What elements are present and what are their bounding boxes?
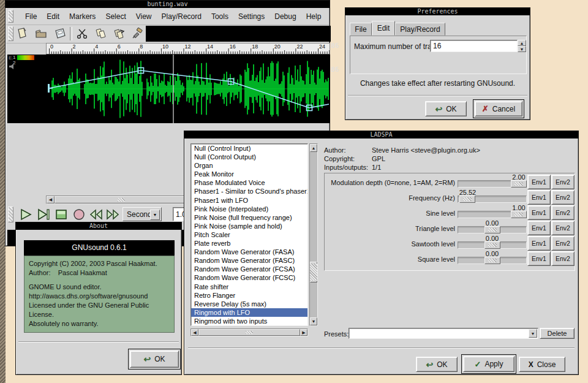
time-ruler[interactable]: 024681012141618202224: [46, 43, 330, 55]
cut-icon[interactable]: [75, 26, 89, 41]
menu-item[interactable]: Select: [105, 12, 126, 21]
env2-button[interactable]: Env2: [551, 236, 575, 251]
fast-forward-icon[interactable]: [105, 207, 120, 222]
transport-drag-handle[interactable]: [8, 207, 13, 222]
scroll-up-icon[interactable]: ▲: [310, 144, 317, 152]
tab-play-record[interactable]: Play/Record: [395, 23, 445, 36]
scroll-right-icon[interactable]: ▶: [300, 329, 307, 336]
scroll-left-icon[interactable]: ◀: [47, 196, 55, 203]
spin-down-icon[interactable]: ▼: [518, 46, 526, 52]
env1-button[interactable]: Env1: [527, 190, 551, 205]
tab-file[interactable]: File: [350, 23, 372, 36]
plugin-list-item[interactable]: Pink Noise (Interpolated): [191, 205, 307, 213]
menu-item[interactable]: Debug: [274, 12, 296, 21]
menubar-drag-handle[interactable]: [8, 10, 13, 23]
plugin-list-item[interactable]: Random Wave Generator (FCSA): [191, 265, 307, 273]
slider-thumb[interactable]: [484, 257, 500, 264]
env2-button[interactable]: Env2: [551, 221, 575, 235]
play-icon[interactable]: [18, 207, 33, 222]
track-area[interactable]: E. 1 2: [7, 55, 330, 123]
scroll-down-icon[interactable]: ▼: [310, 317, 317, 325]
plugin-list-item[interactable]: Random Wave Generator (FASC): [191, 256, 307, 265]
play-to-end-icon[interactable]: [36, 207, 51, 222]
menu-item[interactable]: Help: [306, 12, 322, 21]
hscrollbar-thumb[interactable]: [198, 329, 300, 336]
env2-button[interactable]: Env2: [551, 175, 575, 189]
env2-button[interactable]: Env2: [551, 190, 575, 205]
copy-icon[interactable]: [93, 26, 108, 41]
toolbar-drag-handle[interactable]: [8, 26, 13, 41]
plugin-list-item[interactable]: Pink Noise (sample and hold): [191, 222, 307, 230]
waveform-display[interactable]: [45, 55, 330, 123]
env1-button[interactable]: Env1: [527, 236, 551, 251]
plugin-list-item[interactable]: Reverse Delay (5s max): [191, 300, 307, 308]
max-tracks-stepper[interactable]: ▲ ▼: [518, 40, 526, 52]
speaker-icon[interactable]: [9, 63, 15, 71]
env1-button[interactable]: Env1: [527, 205, 551, 220]
menu-item[interactable]: File: [24, 12, 37, 21]
record-icon[interactable]: [72, 207, 86, 222]
max-tracks-input[interactable]: 16: [430, 40, 518, 52]
slider-thumb[interactable]: [511, 180, 527, 188]
ok-button[interactable]: ↩ OK: [130, 351, 179, 368]
paste-icon[interactable]: [111, 26, 126, 41]
menu-item[interactable]: Markers: [69, 12, 96, 21]
chevron-down-icon[interactable]: ▼: [150, 210, 160, 220]
rewind-icon[interactable]: [89, 207, 104, 222]
plugin-list-item[interactable]: Random Wave Generator (FASA): [191, 248, 307, 256]
plugin-list-item[interactable]: Phaser1 - Similar to CSound's phaser1: [191, 187, 307, 195]
ok-button[interactable]: ↩ OK: [416, 357, 458, 372]
presets-combo[interactable]: ▼: [349, 328, 538, 339]
scroll-left-icon[interactable]: ◀: [191, 329, 198, 336]
tab-edit[interactable]: Edit: [372, 21, 395, 36]
vscrollbar-thumb[interactable]: [310, 262, 317, 283]
slider-thumb[interactable]: [459, 195, 475, 203]
open-folder-icon[interactable]: [34, 26, 48, 41]
slider-thumb[interactable]: [484, 226, 500, 233]
main-window-titlebar[interactable]: bunting.wav: [6, 1, 330, 8]
env2-button[interactable]: Env2: [551, 251, 575, 266]
time-unit-select[interactable]: Seconds ▼: [123, 207, 162, 221]
plugin-list-vscrollbar[interactable]: ▲ ▼: [309, 143, 318, 326]
menu-item[interactable]: Settings: [238, 12, 265, 21]
cancel-button[interactable]: ✗ Cancel: [475, 101, 522, 116]
plugin-list-item[interactable]: Peak Monitor: [191, 170, 307, 178]
preferences-titlebar[interactable]: Preferences: [345, 8, 530, 15]
env1-button[interactable]: Env1: [527, 251, 551, 266]
stop-icon[interactable]: [54, 207, 69, 222]
plugin-list-item[interactable]: Phase Modulated Voice: [191, 178, 307, 187]
plugin-list-item[interactable]: Null (Control Output): [191, 153, 307, 161]
save-icon[interactable]: [53, 26, 67, 41]
env1-button[interactable]: Env1: [527, 175, 551, 189]
cleanup-icon[interactable]: [130, 26, 145, 41]
plugin-list-item[interactable]: Random Wave Generator (FCSC): [191, 273, 307, 282]
env1-button[interactable]: Env1: [527, 221, 551, 235]
apply-button[interactable]: ✓ Apply: [463, 356, 514, 372]
chevron-down-icon[interactable]: ▼: [529, 329, 537, 338]
ok-button[interactable]: ↩ OK: [425, 101, 467, 116]
new-file-icon[interactable]: [15, 26, 29, 41]
spin-up-icon[interactable]: ▲: [518, 40, 526, 46]
about-titlebar[interactable]: About: [16, 222, 181, 230]
menu-item[interactable]: Tools: [211, 12, 229, 21]
menu-item[interactable]: View: [135, 12, 153, 21]
close-button[interactable]: X Close: [519, 357, 565, 372]
plugin-list-item[interactable]: Retro Flanger: [191, 291, 307, 300]
slider-thumb[interactable]: [511, 211, 527, 218]
plugin-list-item[interactable]: Ringmod with LFO: [191, 308, 307, 317]
plugin-list-item[interactable]: Organ: [191, 161, 307, 170]
plugin-list-item[interactable]: Pink Noise (full frequency range): [191, 213, 307, 222]
plugin-list-item[interactable]: Rate shifter: [191, 283, 307, 291]
plugin-list-item[interactable]: Ringmod with two inputs: [191, 317, 307, 325]
plugin-list-item[interactable]: Null (Control Input): [191, 144, 307, 153]
plugin-list-item[interactable]: Phaser1 with LFO: [191, 196, 307, 205]
main-horizontal-scrollbar[interactable]: ◀: [46, 195, 188, 204]
env2-button[interactable]: Env2: [551, 205, 575, 220]
slider-thumb[interactable]: [484, 241, 500, 249]
plugin-list-hscrollbar[interactable]: ◀ ▶: [190, 328, 308, 336]
menu-item[interactable]: Play/Record: [161, 12, 202, 21]
delete-preset-button[interactable]: Delete: [540, 328, 575, 339]
ladspa-titlebar[interactable]: LADSPA: [184, 131, 578, 138]
scrollbar-thumb[interactable]: [55, 196, 187, 203]
plugin-list-item[interactable]: Plate reverb: [191, 239, 307, 248]
